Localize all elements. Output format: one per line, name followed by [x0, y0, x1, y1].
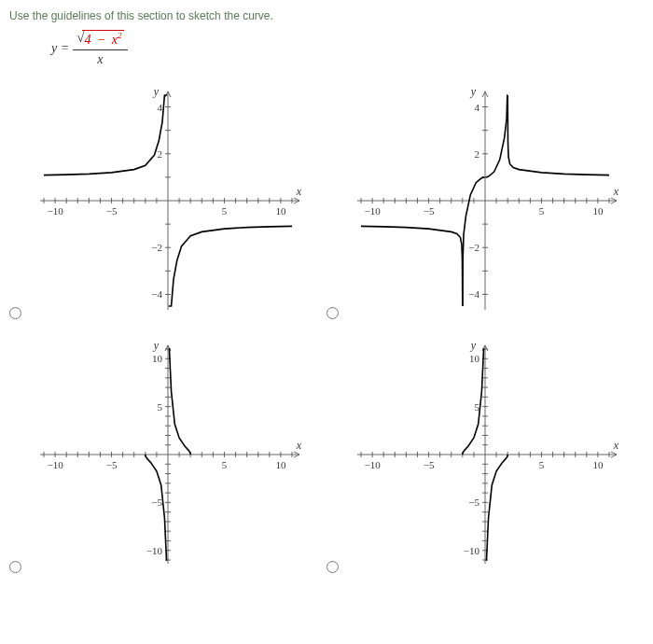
- svg-text:y: y: [153, 339, 160, 352]
- svg-text:−10: −10: [464, 544, 480, 555]
- svg-text:−2: −2: [468, 242, 479, 253]
- equation-radicand: 4 − x2: [82, 30, 123, 48]
- svg-text:x: x: [296, 439, 302, 452]
- chart-3: xy−10−5510−10−5510: [23, 338, 308, 581]
- svg-text:10: 10: [592, 459, 604, 470]
- svg-text:−10: −10: [364, 205, 381, 217]
- svg-text:y: y: [153, 85, 160, 98]
- svg-text:−5: −5: [468, 497, 479, 508]
- svg-text:5: 5: [539, 459, 545, 470]
- svg-text:10: 10: [275, 459, 286, 470]
- svg-text:10: 10: [592, 205, 604, 217]
- chart-2: xy−10−5510−4−224: [340, 84, 625, 327]
- chart-1: xy−10−5510−4−224: [23, 84, 308, 327]
- svg-text:5: 5: [158, 400, 163, 412]
- svg-text:−10: −10: [364, 459, 381, 470]
- equation-lhs: y =: [51, 41, 69, 56]
- option-4: xy−10−5510−10−5510: [326, 338, 625, 581]
- chart-4: xy−10−5510−10−5510: [340, 338, 625, 581]
- instruction-text: Use the guidelines of this section to sk…: [9, 9, 644, 22]
- svg-text:−10: −10: [146, 544, 163, 555]
- svg-text:10: 10: [469, 353, 480, 364]
- svg-text:2: 2: [158, 147, 163, 159]
- svg-text:x: x: [613, 439, 619, 452]
- option-4-radio[interactable]: [326, 561, 339, 573]
- svg-text:−4: −4: [468, 288, 479, 300]
- svg-text:−2: −2: [151, 242, 162, 253]
- svg-text:4: 4: [158, 101, 163, 112]
- svg-text:10: 10: [275, 205, 286, 217]
- options-grid: xy−10−5510−4−224 xy−10−5510−4−224 xy−10−…: [9, 84, 644, 581]
- svg-text:−5: −5: [106, 205, 118, 217]
- option-2-radio[interactable]: [326, 307, 339, 319]
- svg-text:−5: −5: [424, 459, 435, 470]
- svg-text:4: 4: [475, 101, 480, 112]
- equation-denominator: x: [97, 50, 103, 67]
- svg-text:−10: −10: [47, 459, 63, 470]
- svg-text:5: 5: [222, 459, 228, 470]
- svg-text:−5: −5: [151, 497, 162, 508]
- svg-text:5: 5: [539, 205, 545, 217]
- svg-text:−5: −5: [106, 459, 118, 470]
- option-1-radio[interactable]: [9, 307, 21, 319]
- equation: y = √ 4 − x2 x: [51, 30, 644, 67]
- option-2: xy−10−5510−4−224: [326, 84, 625, 327]
- svg-text:y: y: [470, 85, 477, 98]
- svg-text:−4: −4: [151, 288, 162, 300]
- equation-fraction: √ 4 − x2 x: [73, 30, 127, 67]
- svg-text:5: 5: [222, 205, 228, 217]
- svg-text:10: 10: [152, 353, 163, 364]
- svg-text:y: y: [470, 339, 477, 352]
- svg-text:2: 2: [475, 147, 480, 159]
- svg-text:x: x: [613, 185, 619, 198]
- equation-numerator: √ 4 − x2: [73, 30, 127, 50]
- svg-text:−5: −5: [424, 205, 435, 217]
- svg-text:−10: −10: [47, 205, 63, 217]
- option-3-radio[interactable]: [9, 561, 21, 573]
- option-3: xy−10−5510−10−5510: [9, 338, 308, 581]
- option-1: xy−10−5510−4−224: [9, 84, 308, 327]
- svg-text:x: x: [296, 185, 302, 198]
